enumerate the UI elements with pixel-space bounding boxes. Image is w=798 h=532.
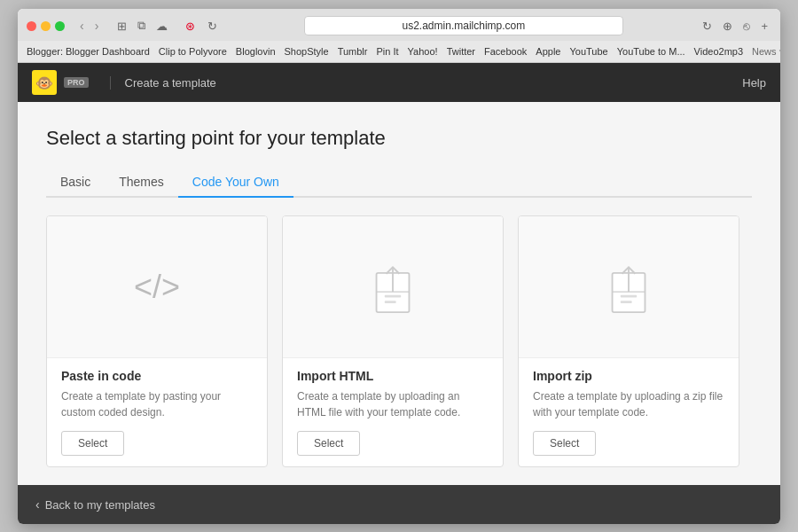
back-arrow-icon: ‹	[35, 497, 40, 512]
card-paste-visual: </>	[47, 216, 267, 358]
cloud-icon[interactable]: ☁	[153, 18, 171, 34]
grid-icon[interactable]: ⊞	[113, 18, 130, 34]
nav-buttons: ‹ ›	[75, 17, 103, 35]
mailchimp-logo: 🐵	[32, 70, 57, 95]
card-import-html: Import HTML Create a template by uploadi…	[282, 215, 504, 467]
code-brackets-icon: </>	[134, 269, 180, 306]
header-title: Create a template	[110, 76, 216, 90]
svg-rect-7	[621, 301, 632, 303]
select-paste-button[interactable]: Select	[61, 431, 124, 456]
browser-icons-left: ⊞ ⧉ ☁	[113, 18, 171, 34]
card-import-zip-desc: Create a template by uploading a zip fil…	[533, 388, 724, 420]
page-title: Select a starting point for your templat…	[46, 127, 752, 150]
close-button[interactable]	[27, 21, 36, 31]
pro-badge: PRO	[64, 77, 89, 88]
bookmark-twitter[interactable]: Twitter	[447, 46, 475, 57]
bookmark-apple[interactable]: Apple	[536, 46, 560, 57]
bookmark-pinit[interactable]: Pin It	[376, 46, 398, 57]
logo-area: 🐵 PRO Create a template	[32, 70, 216, 95]
tab-code-your-own[interactable]: Code Your Own	[178, 168, 293, 198]
card-paste-desc: Create a template by pasting your custom…	[61, 388, 253, 420]
app-footer: ‹ Back to my templates	[18, 485, 780, 524]
reload-icon[interactable]: ↻	[699, 19, 716, 34]
select-import-zip-button[interactable]: Select	[533, 431, 596, 456]
pinterest-icon[interactable]: ⊛	[182, 19, 199, 34]
address-bar-container: us2.admin.mailchimp.com	[235, 16, 692, 35]
upload-html-icon	[371, 261, 415, 314]
tab-basic[interactable]: Basic	[46, 168, 105, 198]
card-import-html-body: Import HTML Create a template by uploadi…	[283, 358, 503, 466]
refresh-icon[interactable]: ↻	[204, 19, 221, 34]
address-bar[interactable]: us2.admin.mailchimp.com	[304, 16, 623, 35]
forward-nav-button[interactable]: ›	[90, 17, 104, 35]
bookmarks-bar: Blogger: Blogger Dashboard Clip to Polyv…	[18, 41, 780, 63]
share-icon[interactable]: ⎋	[739, 19, 754, 34]
bookmark-youtube2[interactable]: YouTube to M...	[617, 46, 685, 57]
tab-icon[interactable]: ⧉	[134, 18, 149, 34]
bookmark-news[interactable]: News ▾	[752, 46, 780, 58]
card-paste-body: Paste in code Create a template by pasti…	[47, 358, 267, 466]
back-nav-button[interactable]: ‹	[75, 17, 89, 35]
bookmark-polyvore[interactable]: Clip to Polyvore	[159, 46, 227, 57]
back-label: Back to my templates	[45, 498, 155, 512]
main-content: Select a starting point for your templat…	[18, 102, 780, 485]
cards-container: </> Paste in code Create a template by p…	[46, 215, 752, 467]
bookmark-bloglovin[interactable]: Bloglovin	[236, 46, 276, 57]
card-import-html-visual	[283, 216, 503, 358]
bookmark-video2mp3[interactable]: Video2mp3	[694, 46, 743, 57]
bookmark-yahoo[interactable]: Yahoo!	[408, 46, 438, 57]
svg-rect-2	[385, 294, 401, 297]
card-paste-in-code: </> Paste in code Create a template by p…	[46, 215, 268, 467]
card-import-html-title: Import HTML	[297, 369, 489, 383]
app-header: 🐵 PRO Create a template Help	[18, 63, 780, 102]
card-paste-title: Paste in code	[61, 369, 253, 383]
logo-icon: 🐵	[35, 74, 53, 91]
select-import-html-button[interactable]: Select	[297, 431, 360, 456]
card-import-html-desc: Create a template by uploading an HTML f…	[297, 388, 489, 420]
bookmark-youtube[interactable]: YouTube	[569, 46, 607, 57]
browser-icons-right: ↻ ⊕ ⎋ +	[699, 19, 771, 34]
card-import-zip-body: Import zip Create a template by uploadin…	[519, 358, 739, 466]
upload-zip-icon	[606, 261, 651, 314]
help-link[interactable]: Help	[742, 76, 766, 90]
traffic-lights	[27, 21, 65, 31]
svg-rect-3	[385, 301, 396, 303]
bookmark-blogger[interactable]: Blogger: Blogger Dashboard	[27, 46, 150, 57]
bookmark-facebook[interactable]: Facebook	[484, 46, 527, 57]
bookmark-shopstyle[interactable]: ShopStyle	[285, 46, 329, 57]
tabs: Basic Themes Code Your Own	[46, 168, 752, 198]
star-icon[interactable]: ⊕	[719, 19, 736, 34]
browser-titlebar: ‹ › ⊞ ⧉ ☁ ⊛ ↻ us2.admin.mailchimp.com ↻ …	[18, 9, 780, 41]
maximize-button[interactable]	[55, 21, 65, 31]
back-to-templates-link[interactable]: ‹ Back to my templates	[35, 497, 155, 512]
newtab-icon[interactable]: +	[757, 19, 771, 34]
browser-window: ‹ › ⊞ ⧉ ☁ ⊛ ↻ us2.admin.mailchimp.com ↻ …	[18, 9, 780, 524]
card-import-zip-visual	[519, 216, 739, 358]
browser-service-icons: ⊛ ↻	[182, 19, 221, 34]
minimize-button[interactable]	[41, 21, 51, 31]
card-import-zip: Import zip Create a template by uploadin…	[518, 215, 739, 467]
tab-themes[interactable]: Themes	[105, 168, 178, 198]
bookmark-tumblr[interactable]: Tumblr	[338, 46, 368, 57]
svg-rect-6	[621, 294, 637, 297]
card-import-zip-title: Import zip	[533, 369, 724, 383]
